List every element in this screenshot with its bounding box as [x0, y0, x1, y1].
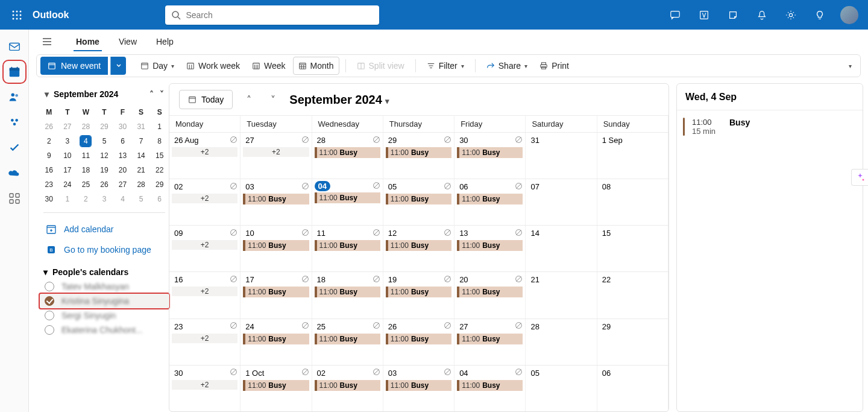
onenote-icon[interactable]	[691, 2, 717, 28]
day-cell[interactable]: 15	[597, 226, 668, 271]
day-cell[interactable]: 2711:00Busy	[454, 319, 526, 365]
sticky-notes-icon[interactable]	[720, 2, 746, 28]
calendar-event[interactable]: 11:00Busy	[243, 380, 309, 391]
day-cell[interactable]: 1 Sep	[597, 133, 668, 179]
new-event-button[interactable]: New event	[40, 57, 108, 75]
new-event-dropdown[interactable]	[110, 57, 126, 75]
calendar-event[interactable]: 11:00Busy	[243, 287, 309, 297]
day-cell[interactable]: 21	[526, 272, 597, 318]
share-button[interactable]: Share▾	[482, 57, 532, 75]
day-cell[interactable]: 0611:00Busy	[454, 179, 526, 225]
more-events-button[interactable]: +2	[172, 194, 237, 203]
day-cell[interactable]: 02+2	[169, 179, 241, 225]
calendar-event[interactable]: 11:00Busy	[386, 380, 451, 391]
tips-icon[interactable]	[807, 2, 833, 28]
day-cell[interactable]: 23+2	[169, 319, 241, 365]
calendar-event[interactable]: 11:00Busy	[457, 380, 523, 391]
mini-day[interactable]: 28	[77, 119, 95, 134]
mini-day[interactable]: 16	[40, 163, 58, 177]
mini-day[interactable]: 26	[40, 119, 58, 134]
agenda-item[interactable]: 11:0015 minBusy	[677, 110, 863, 143]
mini-day[interactable]: 21	[132, 163, 151, 177]
people-calendar-item[interactable]: Kristina Sinyugina	[40, 294, 169, 308]
calendar-title[interactable]: September 2024 ▾	[289, 93, 389, 107]
mini-day[interactable]: 20	[113, 163, 132, 177]
search-input[interactable]	[186, 10, 373, 20]
mini-day[interactable]: 6	[150, 192, 169, 206]
filter-button[interactable]: Filter▾	[422, 57, 469, 75]
people-calendar-item[interactable]: Ekaterina Chukhont...	[40, 323, 169, 337]
more-apps-icon[interactable]	[6, 190, 23, 207]
mini-day[interactable]: 11	[77, 148, 95, 163]
settings-icon[interactable]	[778, 2, 804, 28]
mini-day[interactable]: 7	[132, 134, 151, 148]
account-avatar[interactable]	[840, 6, 858, 24]
mini-day[interactable]: 19	[95, 163, 114, 177]
mini-day[interactable]: 2	[77, 192, 95, 206]
day-cell[interactable]: 1011:00Busy	[241, 226, 312, 271]
people-icon[interactable]	[6, 89, 23, 106]
day-cell[interactable]: 14	[526, 226, 597, 271]
mini-day[interactable]: 5	[95, 134, 114, 148]
day-cell[interactable]: 2411:00Busy	[241, 319, 312, 365]
calendar-event[interactable]: 11:00Busy	[315, 240, 380, 251]
more-events-button[interactable]: +2	[172, 147, 237, 157]
day-cell[interactable]: 16+2	[169, 272, 241, 318]
calendar-icon[interactable]	[6, 63, 23, 80]
calendar-event[interactable]: 11:00Busy	[315, 334, 380, 344]
day-cell[interactable]: 08	[597, 179, 668, 225]
calendar-event[interactable]: 11:00Busy	[243, 240, 309, 251]
day-cell[interactable]: 30+2	[169, 366, 241, 411]
calendar-event[interactable]: 11:00Busy	[315, 380, 380, 391]
mail-icon[interactable]	[6, 38, 23, 55]
day-cell[interactable]: 27+2	[241, 133, 312, 179]
app-launcher-icon[interactable]	[5, 3, 29, 27]
groups-icon[interactable]	[6, 114, 23, 131]
day-cell[interactable]: 0511:00Busy	[383, 179, 454, 225]
day-cell[interactable]: 2911:00Busy	[383, 133, 454, 179]
add-calendar-link[interactable]: Add calendar	[40, 219, 169, 239]
day-cell[interactable]: 29	[597, 319, 668, 365]
mini-day[interactable]: 27	[113, 177, 132, 192]
copilot-icon[interactable]	[851, 169, 868, 186]
mini-day[interactable]: 13	[113, 148, 132, 163]
today-button[interactable]: Today	[179, 90, 233, 109]
more-events-button[interactable]: +2	[243, 147, 309, 157]
prev-month-icon[interactable]: ˄	[148, 88, 155, 100]
mini-day[interactable]: 2	[40, 134, 58, 148]
mini-day[interactable]: 3	[95, 192, 114, 206]
work-week-view-button[interactable]: Work week	[181, 57, 245, 75]
day-cell[interactable]: 1711:00Busy	[241, 272, 312, 318]
calendar-event[interactable]: 11:00Busy	[386, 194, 451, 204]
chat-icon[interactable]	[662, 2, 688, 28]
more-events-button[interactable]: +2	[172, 240, 237, 250]
day-cell[interactable]: 2511:00Busy	[312, 319, 383, 365]
mini-day[interactable]: 22	[150, 163, 169, 177]
day-cell[interactable]: 1 Oct11:00Busy	[241, 366, 312, 411]
next-month-icon[interactable]: ˅	[159, 88, 165, 100]
mini-day[interactable]: 17	[58, 163, 77, 177]
calendar-event[interactable]: 11:00Busy	[315, 147, 380, 158]
mini-day[interactable]: 10	[58, 148, 77, 163]
day-cell[interactable]: 05	[526, 366, 597, 411]
day-cell[interactable]: 09+2	[169, 226, 241, 271]
mini-day[interactable]: 4	[77, 134, 95, 148]
todo-icon[interactable]	[6, 139, 23, 156]
notifications-icon[interactable]	[749, 2, 775, 28]
calendar-checkbox[interactable]	[45, 325, 54, 335]
day-cell[interactable]: 3011:00Busy	[454, 133, 526, 179]
calendar-event[interactable]: 11:00Busy	[315, 192, 380, 203]
mini-day[interactable]: 30	[40, 192, 58, 206]
mini-day[interactable]: 14	[132, 148, 151, 163]
calendar-event[interactable]: 11:00Busy	[243, 194, 309, 204]
calendar-checkbox[interactable]	[45, 282, 54, 291]
day-cell[interactable]: 2011:00Busy	[454, 272, 526, 318]
mini-day[interactable]: 30	[113, 119, 132, 134]
mini-day[interactable]: 26	[95, 177, 114, 192]
mini-day[interactable]: 8	[150, 134, 169, 148]
mini-day[interactable]: 12	[95, 148, 114, 163]
print-button[interactable]: Print	[535, 57, 574, 75]
calendar-event[interactable]: 11:00Busy	[386, 240, 451, 251]
more-events-button[interactable]: +2	[172, 287, 237, 296]
mini-day[interactable]: 23	[40, 177, 58, 192]
